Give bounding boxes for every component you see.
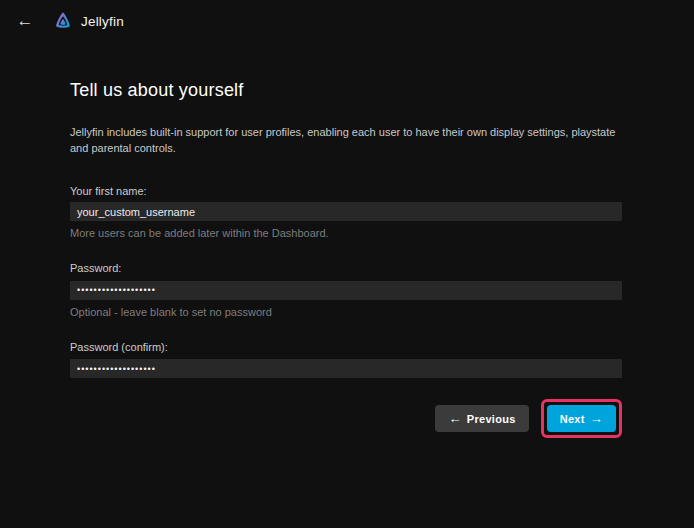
brand: Jellyfin bbox=[52, 10, 124, 32]
password-label: Password: bbox=[70, 262, 622, 274]
app-title: Jellyfin bbox=[81, 14, 124, 29]
arrow-left-icon: ← bbox=[448, 412, 461, 425]
next-button-label: Next bbox=[560, 413, 585, 425]
arrow-right-icon: → bbox=[590, 412, 603, 425]
page-title: Tell us about yourself bbox=[70, 80, 622, 101]
password-confirm-input[interactable] bbox=[70, 359, 622, 378]
first-name-label: Your first name: bbox=[70, 185, 622, 197]
page-description: Jellyfin includes built-in support for u… bbox=[70, 125, 622, 157]
password-helper: Optional - leave blank to set no passwor… bbox=[70, 306, 622, 318]
wizard-page: Tell us about yourself Jellyfin includes… bbox=[0, 42, 694, 438]
password-field-group: Password: Optional - leave blank to set … bbox=[70, 262, 622, 318]
topbar: ← Jellyfin bbox=[0, 0, 694, 42]
wizard-button-row: ← Previous Next → bbox=[70, 399, 622, 438]
first-name-helper: More users can be added later within the… bbox=[70, 227, 622, 239]
password-confirm-label: Password (confirm): bbox=[70, 341, 622, 353]
previous-button-label: Previous bbox=[467, 413, 516, 425]
password-confirm-helper bbox=[70, 384, 622, 385]
back-button[interactable]: ← bbox=[12, 8, 38, 34]
next-button[interactable]: Next → bbox=[547, 405, 616, 432]
password-confirm-field-group: Password (confirm): bbox=[70, 341, 622, 386]
password-input[interactable] bbox=[70, 281, 622, 300]
first-name-field-group: Your first name: More users can be added… bbox=[70, 185, 622, 240]
first-name-input[interactable] bbox=[70, 202, 622, 221]
back-arrow-icon: ← bbox=[17, 11, 34, 30]
previous-button[interactable]: ← Previous bbox=[435, 405, 528, 432]
user-profile-form: Your first name: More users can be added… bbox=[70, 185, 622, 439]
next-button-highlight-box: Next → bbox=[541, 399, 622, 438]
jellyfin-logo-icon bbox=[52, 10, 74, 32]
